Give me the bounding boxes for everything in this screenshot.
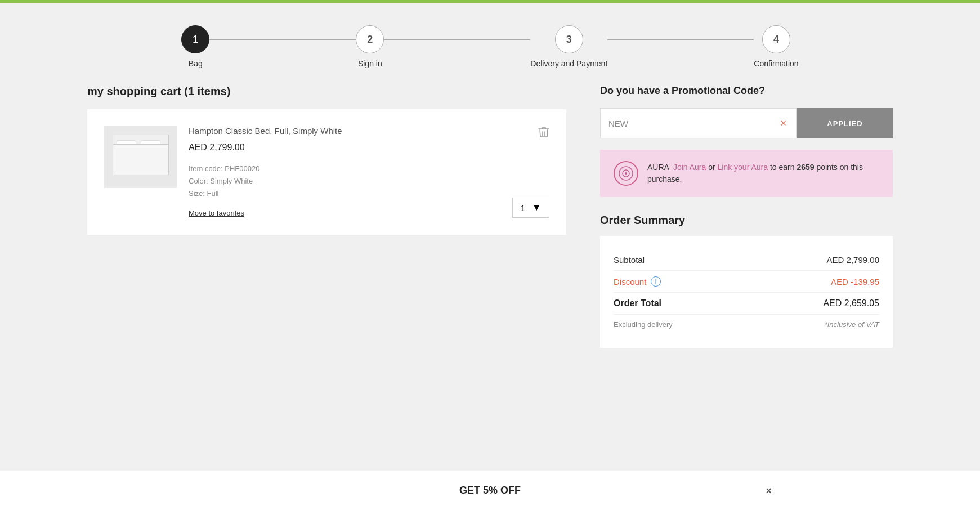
order-total-label: Order Total: [614, 298, 661, 308]
discount-value: AED -139.95: [831, 277, 879, 287]
quantity-selector[interactable]: 1 ▼: [512, 198, 549, 218]
promo-input-wrapper: ×: [600, 108, 797, 138]
checkout-stepper: 1 Bag 2 Sign in 3 Delivery and Payment 4…: [0, 3, 980, 85]
step-line-3: [607, 39, 754, 40]
right-column: Do you have a Promotional Code? × APPLIE…: [600, 85, 893, 348]
step-confirmation[interactable]: 4 Confirmation: [754, 25, 798, 68]
item-meta: Item code: PHF00020 Color: Simply White …: [189, 163, 549, 200]
step-circle-1: 1: [181, 25, 209, 53]
step-circle-4: 4: [762, 25, 790, 53]
discount-info-icon[interactable]: i: [651, 276, 661, 287]
item-details: Hampton Classic Bed, Full, Simply White …: [189, 126, 549, 218]
aura-logo: [614, 161, 638, 186]
aura-points: 2659: [796, 163, 814, 172]
step-circle-3: 3: [555, 25, 583, 53]
subtotal-label: Subtotal: [614, 255, 645, 265]
cart-title: my shopping cart (1 items): [87, 85, 566, 98]
step-label-2: Sign in: [358, 59, 382, 68]
aura-brand: AURA: [647, 163, 669, 172]
move-to-favorites-link[interactable]: Move to favorites: [189, 209, 244, 217]
bottom-promo-bar: GET 5% OFF ×: [0, 471, 980, 510]
promo-title: Do you have a Promotional Code?: [600, 85, 893, 97]
order-total-value: AED 2,659.05: [823, 298, 879, 308]
discount-label: Discount i: [614, 276, 661, 287]
aura-or-text: or: [708, 163, 717, 172]
promo-code-input[interactable]: [608, 119, 778, 128]
vat-note: *Inclusive of VAT: [825, 320, 879, 329]
delete-icon[interactable]: [538, 126, 549, 141]
step-label-3: Delivery and Payment: [530, 59, 607, 68]
order-summary-title: Order Summary: [600, 214, 893, 227]
item-price: AED 2,799.00: [189, 142, 549, 153]
bed-frame: [113, 144, 169, 175]
cart-item-card: Hampton Classic Bed, Full, Simply White …: [87, 109, 566, 235]
bottom-promo-text: GET 5% OFF: [459, 485, 521, 496]
chevron-down-icon: ▼: [532, 203, 541, 213]
step-line-1: [209, 39, 356, 40]
summary-row-total: Order Total AED 2,659.05: [614, 293, 879, 315]
svg-point-2: [625, 172, 627, 175]
promo-input-row: × APPLIED: [600, 108, 893, 138]
item-image: [104, 126, 177, 188]
bottom-promo-close-icon[interactable]: ×: [766, 485, 772, 496]
step-delivery-payment[interactable]: 3 Delivery and Payment: [530, 25, 607, 68]
step-signin[interactable]: 2 Sign in: [356, 25, 384, 68]
aura-earn-text: to earn: [770, 163, 796, 172]
aura-join-link[interactable]: Join Aura: [673, 163, 706, 172]
applied-button[interactable]: APPLIED: [797, 108, 893, 138]
aura-link-link[interactable]: Link your Aura: [718, 163, 768, 172]
main-content: my shopping cart (1 items) Hampton Class…: [0, 85, 980, 348]
item-name: Hampton Classic Bed, Full, Simply White: [189, 126, 549, 136]
step-line-2: [384, 39, 530, 40]
item-code: Item code: PHF00020: [189, 164, 259, 173]
step-label-4: Confirmation: [754, 59, 798, 68]
excluding-delivery-label: Excluding delivery: [614, 320, 673, 329]
step-circle-2: 2: [356, 25, 384, 53]
aura-banner: AURA Join Aura or Link your Aura to earn…: [600, 150, 893, 197]
aura-text: AURA Join Aura or Link your Aura to earn…: [647, 162, 879, 185]
step-bag[interactable]: 1 Bag: [181, 25, 209, 68]
summary-row-subtotal: Subtotal AED 2,799.00: [614, 249, 879, 271]
summary-row-vat: Excluding delivery *Inclusive of VAT: [614, 315, 879, 334]
bed-illustration: [110, 135, 172, 180]
left-column: my shopping cart (1 items) Hampton Class…: [87, 85, 566, 348]
promo-clear-icon[interactable]: ×: [778, 115, 789, 132]
step-label-1: Bag: [189, 59, 203, 68]
quantity-value: 1: [521, 203, 525, 213]
order-summary-box: Subtotal AED 2,799.00 Discount i AED -13…: [600, 236, 893, 348]
subtotal-value: AED 2,799.00: [827, 255, 879, 265]
summary-row-discount: Discount i AED -139.95: [614, 271, 879, 293]
item-size: Size: Full: [189, 189, 218, 198]
item-color: Color: Simply White: [189, 177, 253, 185]
